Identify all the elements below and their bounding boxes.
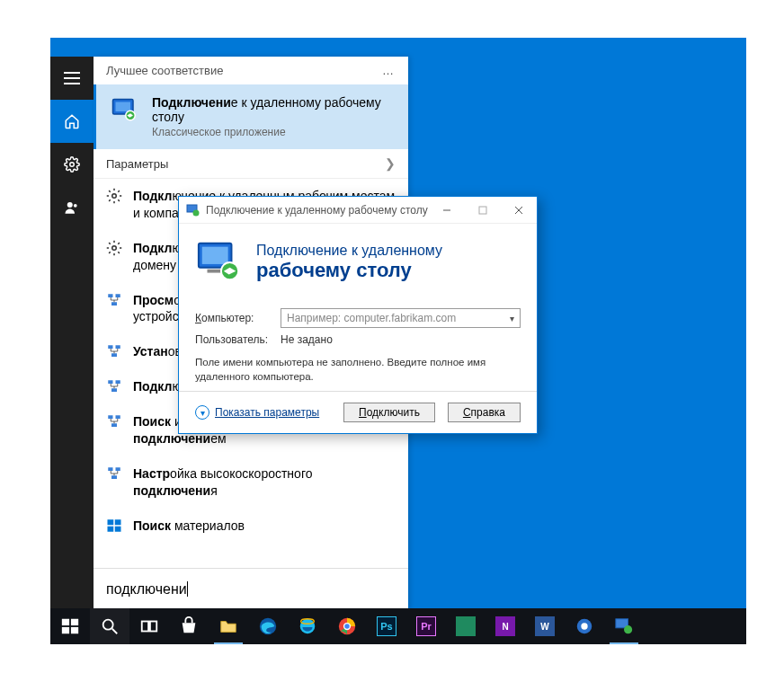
taskbar-photoshop[interactable]: Ps [367,608,406,644]
taskbar-store[interactable] [169,608,209,644]
svg-rect-8 [108,294,112,297]
user-value: Не задано [281,333,333,346]
svg-rect-40 [71,627,78,633]
home-button[interactable] [50,100,94,143]
svg-rect-13 [111,354,117,358]
more-button[interactable]: … [382,64,396,77]
minimize-icon [442,206,451,215]
maximize-icon [478,206,487,215]
taskbar-ie[interactable] [288,608,327,644]
taskbar-rdp[interactable] [604,608,644,644]
rdp-banner-icon [195,238,244,287]
maximize-button[interactable] [465,197,501,224]
app2-icon [575,616,594,636]
premiere-icon: Pr [416,616,436,636]
svg-point-50 [344,624,350,629]
best-match-text: Подключение к удаленному рабочему столу … [152,95,396,138]
task-view-button[interactable] [129,608,169,644]
params-label: Параметры [106,157,168,171]
taskbar-onenote[interactable]: N [486,608,525,644]
network-icon [106,292,122,308]
close-button[interactable] [501,197,537,224]
settings-button[interactable] [50,143,94,186]
svg-point-2 [74,204,77,208]
rdp-dialog: Подключение к удаленному рабочему столу … [178,196,538,434]
people-icon [64,199,80,216]
close-icon [514,206,523,215]
svg-rect-14 [108,380,112,384]
taskbar-premiere[interactable]: Pr [406,608,446,644]
onenote-icon: N [495,616,515,636]
taskbar-search[interactable] [90,608,129,644]
rdp-titlebar[interactable]: Подключение к удаленному рабочему столу [179,197,537,224]
search-result-item[interactable]: Настройка высокоскоростного подключения [94,456,408,509]
windows-logo-icon [60,616,80,636]
svg-rect-24 [115,519,121,525]
hamburger-button[interactable] [50,57,94,100]
svg-rect-23 [108,519,114,525]
computer-combo[interactable]: Например: computer.fabrikam.com ▾ [281,308,521,328]
svg-rect-10 [111,302,117,306]
best-match-header: Лучшее соответствие … [94,57,408,84]
svg-rect-34 [202,247,228,264]
svg-rect-30 [479,207,486,214]
network-icon [106,465,122,482]
svg-rect-21 [116,467,120,471]
svg-point-52 [581,623,587,629]
help-button[interactable]: Справка [448,403,521,422]
svg-rect-38 [71,619,78,625]
taskbar: Ps Pr N W [50,608,746,644]
connect-button[interactable]: Подключить [343,403,435,422]
svg-rect-25 [108,526,114,531]
computer-placeholder: Например: computer.fabrikam.com [287,312,456,324]
svg-point-41 [103,620,113,630]
svg-rect-39 [62,627,69,633]
svg-point-7 [112,246,117,251]
rdp-form: Компьютер: Например: computer.fabrikam.c… [179,296,537,391]
params-section[interactable]: Параметры ❯ [94,149,408,179]
search-icon [100,616,120,636]
rdp-banner: Подключение к удаленному рабочему столу [179,224,537,296]
taskbar-chrome[interactable] [327,608,367,644]
taskbar-edge[interactable] [248,608,288,644]
svg-rect-15 [116,380,120,384]
app-icon [456,616,476,636]
start-button[interactable] [50,608,90,644]
svg-point-6 [112,194,117,199]
svg-line-42 [112,629,118,634]
taskbar-explorer[interactable] [209,608,248,644]
task-view-icon [139,616,159,636]
hamburger-icon [64,72,80,84]
svg-rect-18 [116,415,120,419]
gear-icon [64,156,80,173]
computer-label: Компьютер: [195,312,272,324]
svg-rect-17 [108,415,112,419]
search-result-item[interactable]: Поиск материалов [94,509,408,544]
word-icon: W [535,616,555,636]
svg-rect-26 [115,526,121,531]
svg-rect-37 [62,619,69,625]
chevron-down-icon: ▾ [506,314,518,323]
rdp-taskbar-icon [614,616,634,636]
people-button[interactable] [50,186,94,229]
taskbar-word[interactable]: W [525,608,565,644]
photoshop-icon: Ps [377,616,396,636]
best-match-item[interactable]: Подключение к удаленному рабочему столу … [94,84,408,149]
svg-rect-20 [108,467,112,471]
taskbar-app1[interactable] [446,608,486,644]
svg-rect-16 [111,388,117,392]
gear-icon [106,188,122,204]
minimize-button[interactable] [429,197,465,224]
svg-rect-22 [111,475,117,479]
windows-icon [106,518,122,534]
search-input[interactable]: подключени [94,568,408,610]
svg-rect-4 [116,102,131,112]
svg-rect-11 [108,346,112,350]
user-label: Пользователь: [195,333,272,346]
store-icon [179,616,199,636]
svg-point-0 [70,163,75,167]
show-options-link[interactable]: ▾ Показать параметры [195,405,319,420]
rdp-footer: ▾ Показать параметры Подключить Справка [179,391,537,433]
home-icon [64,113,80,129]
taskbar-app2[interactable] [565,608,604,644]
